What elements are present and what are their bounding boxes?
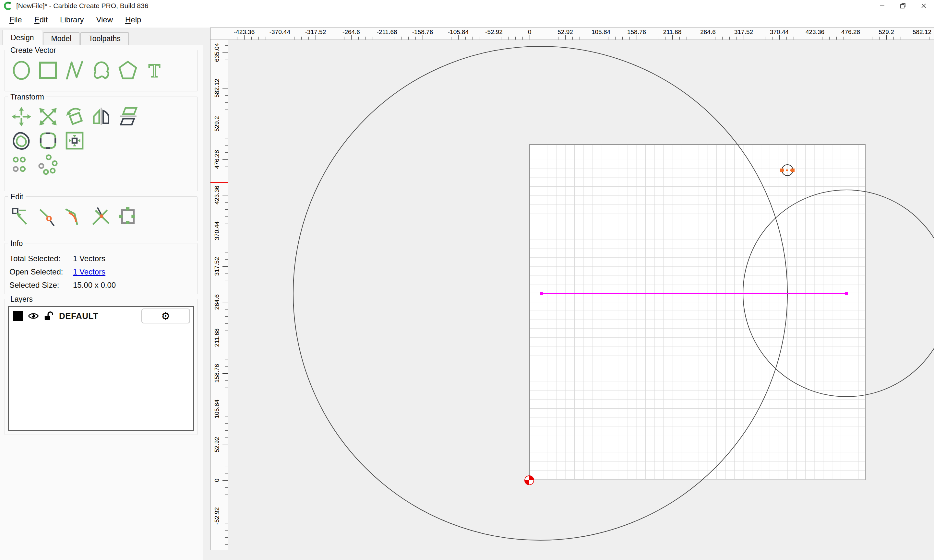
- ruler-tick: [225, 274, 228, 274]
- ruler-tick: [601, 35, 601, 40]
- ruler-tick: [225, 502, 228, 502]
- mirror-tool[interactable]: [90, 105, 113, 128]
- drawing-canvas[interactable]: [228, 40, 934, 550]
- text-icon: [144, 59, 165, 81]
- ruler-tick: [886, 35, 887, 40]
- tab-design[interactable]: Design: [3, 30, 42, 45]
- ruler-tick: [225, 102, 228, 103]
- ruler-tick: [836, 37, 837, 40]
- rectangle-tool[interactable]: [37, 58, 59, 82]
- inset-icon: [64, 130, 85, 151]
- ruler-tick: [222, 445, 228, 445]
- origin-marker-quadrant: [525, 480, 529, 485]
- menu-library[interactable]: Library: [54, 12, 90, 28]
- inset-tool[interactable]: [63, 129, 86, 152]
- circular-array-tool[interactable]: [37, 153, 59, 176]
- ruler-tick: [225, 138, 228, 138]
- ruler-tick: [680, 37, 680, 40]
- menu-file[interactable]: File: [3, 12, 28, 28]
- rotate-tool[interactable]: [63, 105, 86, 128]
- tab-bar: DesignModelToolpaths: [0, 28, 203, 45]
- ruler-tick: [494, 35, 494, 40]
- selected-line-endpoint[interactable]: [791, 169, 795, 172]
- magenta-line-endpoint[interactable]: [845, 292, 848, 295]
- ruler-tick: [222, 195, 228, 195]
- ruler-label: 317.52: [213, 251, 221, 281]
- ruler-tick: [351, 35, 351, 40]
- ruler-tick: [744, 35, 744, 40]
- ruler-tick: [587, 37, 587, 40]
- ruler-tick: [815, 35, 815, 40]
- ruler-tick: [225, 380, 228, 381]
- linear-array-tool[interactable]: [10, 153, 33, 176]
- tab-toolpaths[interactable]: Toolpaths: [80, 32, 128, 45]
- selected-line-endpoint[interactable]: [780, 169, 783, 172]
- ruler-tick: [551, 37, 551, 40]
- round-corners-tool[interactable]: [37, 129, 59, 152]
- round-corners-icon: [37, 130, 59, 151]
- close-button[interactable]: [913, 0, 934, 12]
- ruler-tick: [430, 37, 430, 40]
- layer-color-swatch[interactable]: [13, 311, 23, 321]
- ruler-tick: [694, 37, 694, 40]
- resize-tool[interactable]: [116, 205, 139, 228]
- node-type-icon: [37, 206, 59, 227]
- menu-view[interactable]: View: [90, 12, 119, 28]
- linear-array-icon: [11, 154, 32, 175]
- section-title: Info: [8, 239, 25, 248]
- open-vectors-link[interactable]: 1 Vectors: [73, 265, 105, 278]
- restore-icon: [900, 3, 906, 9]
- ruler-tick: [225, 523, 228, 523]
- ruler-label: 158.76: [213, 358, 221, 388]
- info-selected-size: Selected Size: 15.00 x 0.00: [9, 278, 197, 292]
- section-title: Transform: [8, 93, 46, 102]
- ruler-tick: [515, 37, 516, 40]
- eye-icon[interactable]: [28, 312, 39, 320]
- menu-edit[interactable]: Edit: [28, 12, 54, 28]
- ruler-tick: [225, 345, 228, 345]
- ruler-tick: [237, 37, 237, 40]
- tab-model[interactable]: Model: [43, 32, 80, 45]
- node-select-tool[interactable]: [10, 205, 33, 228]
- restore-button[interactable]: [892, 0, 913, 12]
- flip-vertical-tool[interactable]: [116, 105, 139, 128]
- circle-tool[interactable]: [10, 58, 33, 82]
- ruler-tick: [572, 37, 573, 40]
- ruler-tick: [225, 202, 228, 203]
- curve-tool[interactable]: [63, 58, 86, 82]
- ruler-tick: [225, 281, 228, 281]
- magenta-line-endpoint[interactable]: [540, 292, 543, 295]
- ruler-tick: [251, 37, 252, 40]
- ruler-tick: [629, 37, 630, 40]
- ruler-tick: [225, 309, 228, 309]
- ruler-tick: [301, 37, 302, 40]
- rotate-icon: [64, 106, 85, 128]
- ruler-tick: [225, 131, 228, 131]
- circular-array-icon: [37, 154, 59, 175]
- trim-tool[interactable]: [90, 205, 113, 228]
- unlock-icon[interactable]: [44, 311, 54, 321]
- ruler-tick: [665, 37, 666, 40]
- fillet-tool[interactable]: [63, 205, 86, 228]
- ruler-tick: [222, 409, 228, 409]
- ruler-tick: [644, 37, 644, 40]
- layer-row-default[interactable]: DEFAULT ⚙: [9, 307, 193, 325]
- freeform-tool[interactable]: [90, 58, 113, 82]
- ruler-tick: [465, 37, 466, 40]
- freeform-icon: [91, 59, 112, 81]
- ruler-label: 211.68: [213, 323, 221, 352]
- node-type-tool[interactable]: [37, 205, 59, 228]
- move-tool[interactable]: [10, 105, 33, 128]
- ruler-tick: [225, 181, 228, 181]
- flip-vertical-icon: [117, 106, 139, 128]
- scale-tool[interactable]: [37, 105, 59, 128]
- text-tool[interactable]: [143, 58, 166, 82]
- create-vector-section: Create Vector: [5, 50, 197, 91]
- offset-tool[interactable]: [10, 129, 33, 152]
- polygon-tool[interactable]: [116, 58, 139, 82]
- ruler-tick: [225, 416, 228, 417]
- ruler-tick: [222, 52, 228, 53]
- minimize-button[interactable]: [872, 0, 892, 12]
- menu-help[interactable]: Help: [119, 12, 147, 28]
- layer-settings-button[interactable]: ⚙: [142, 309, 190, 323]
